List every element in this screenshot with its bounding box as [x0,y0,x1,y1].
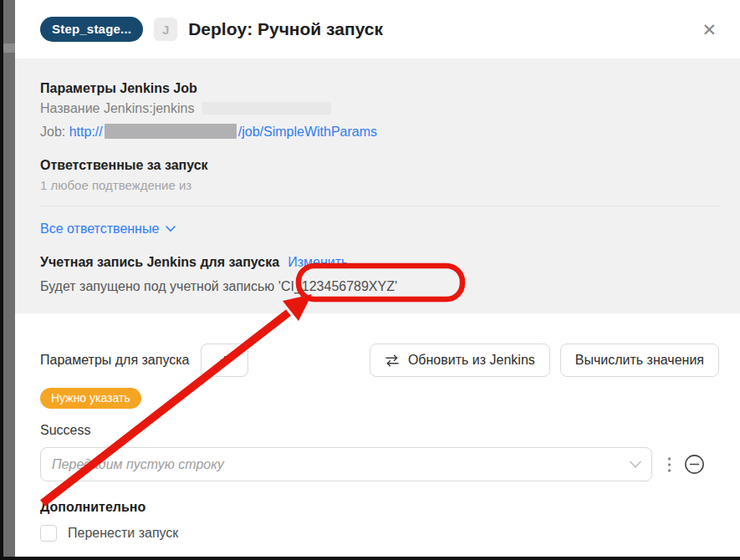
approval-rule-hint: 1 любое подтвеждение из [40,177,719,194]
jenkins-account-name: 'CI_123456789XYZ' [278,279,397,293]
required-badge-row: Нужно указать [40,388,719,409]
responsible-title: Ответственные за запуск [40,157,719,174]
required-badge: Нужно указать [40,388,141,409]
jenkins-job-info-panel: Параметры Jenkins Job Название Jenkins:j… [15,59,740,313]
close-icon[interactable]: ✕ [702,21,717,38]
launch-params-label: Параметры для запуска [40,353,189,368]
redacted-text-block [202,102,331,115]
remove-parameter-icon[interactable] [683,453,706,476]
jenkins-account-section: Учетная запись Jenkins для запуска Измен… [40,254,719,271]
transfer-run-label: Перенести запуск [68,526,178,541]
parameter-value-input[interactable] [40,447,652,481]
parameter-select [40,447,652,481]
job-link-path: /job/SimpleWithParams [238,125,377,139]
job-label: Job: [40,125,65,139]
parameter-input-row [40,447,719,481]
job-link[interactable]: http:///job/SimpleWithParams [69,125,377,139]
chevron-down-icon [166,226,176,232]
dialog-title: Deploy: Ручной запуск [188,19,383,39]
kebab-menu-icon[interactable] [664,453,675,476]
refresh-icon [385,354,400,367]
dialog-header: Step_stage... J Deploy: Ручной запуск ✕ [15,0,740,59]
dimmed-page-backdrop [3,0,15,557]
divider [40,206,719,206]
jenkins-job-params-title: Параметры Jenkins Job [40,80,719,97]
deploy-dialog-screenshot: Step_stage... J Deploy: Ручной запуск ✕ … [0,0,740,560]
refresh-button-label: Обновить из Jenkins [408,353,535,368]
backdrop-element [3,43,15,53]
screenshot-frame: Step_stage... J Deploy: Ручной запуск ✕ … [0,0,740,560]
refresh-from-jenkins-button[interactable]: Обновить из Jenkins [370,344,550,377]
compute-button-label: Вычислить значения [575,353,704,368]
chevron-down-icon[interactable] [630,461,641,468]
job-link-scheme: http:// [69,125,103,139]
jenkins-name-line: Название Jenkins:jenkins [40,97,719,120]
launch-params-toolbar: Параметры для запуска + Обновить из Jenk… [40,344,719,377]
launch-parameters-panel: Параметры для запуска + Обновить из Jenk… [15,313,740,557]
jenkins-job-line: Job: http:///job/SimpleWithParams [40,120,719,144]
run-as-prefix: Будет запущено под учетной записью [40,279,274,293]
parameter-name-label: Success [40,423,719,438]
change-account-link[interactable]: Изменить [288,254,348,271]
run-as-line: Будет запущено под учетной записью 'CI_1… [40,277,719,296]
show-all-responsible-toggle[interactable]: Все ответственные [40,221,176,237]
transfer-run-checkbox[interactable] [40,525,57,542]
add-parameter-button[interactable]: + [201,344,248,377]
transfer-run-row[interactable]: Перенести запуск [40,525,719,542]
additional-section-title: Дополнительно [40,500,719,515]
responsible-section: Ответственные за запуск 1 любое подтвежд… [40,157,719,194]
deploy-run-dialog: Step_stage... J Deploy: Ручной запуск ✕ … [15,0,740,557]
redacted-host-block [105,124,237,139]
show-all-responsible-label: Все ответственные [40,221,159,237]
jenkins-app-icon: J [154,18,177,41]
compute-values-button[interactable]: Вычислить значения [560,344,719,377]
stage-badge[interactable]: Step_stage... [40,17,143,42]
jenkins-account-title: Учетная запись Jenkins для запуска [40,254,279,271]
jenkins-name-text: Название Jenkins:jenkins [40,101,194,115]
